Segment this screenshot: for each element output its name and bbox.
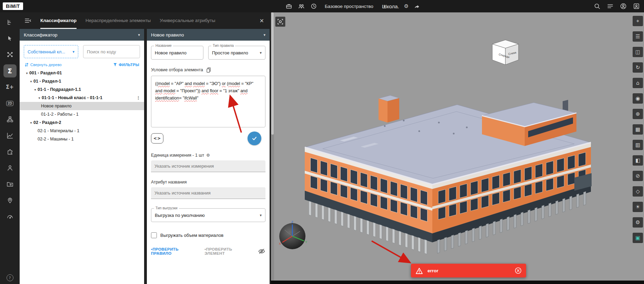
- shadows-button[interactable]: ☀: [633, 202, 643, 212]
- tree-item[interactable]: 02-1 - Материалы - 1: [20, 127, 144, 135]
- search-icon[interactable]: [594, 3, 601, 10]
- workspace-select[interactable]: Базовое пространство: [325, 4, 373, 9]
- tree-item[interactable]: 02-2 - Машины - 1: [20, 135, 144, 143]
- model-box-button[interactable]: ▣: [633, 233, 643, 243]
- expander-icon[interactable]: ▾: [37, 96, 42, 100]
- toast-close-icon[interactable]: [515, 267, 522, 274]
- tree-item[interactable]: ▾ 001 - Раздел-01: [20, 69, 144, 77]
- tree-item[interactable]: ▾ 01 - Раздел-1: [20, 77, 144, 85]
- share-icon[interactable]: [413, 3, 420, 10]
- help-button[interactable]: ?: [7, 274, 13, 281]
- classifier-controls: Собственный кл... ▾: [24, 45, 140, 58]
- check-element-link[interactable]: •ПРОВЕРИТЬ ЭЛЕМЕНТ: [204, 247, 252, 255]
- split-view-button[interactable]: ◧: [633, 155, 643, 166]
- tree-item[interactable]: ▾ 02 - Раздел-2: [20, 118, 144, 127]
- filters-link[interactable]: ФИЛЬТРЫ: [113, 63, 139, 67]
- collapse-tree-link[interactable]: Свернуть дерево: [24, 63, 62, 67]
- viewport-scrollbar[interactable]: [271, 12, 274, 284]
- condition-text: ((model = "АР" and model = "ЭО") or (mod…: [155, 81, 253, 101]
- unit-source-input[interactable]: [154, 164, 262, 169]
- hide-elements-button[interactable]: ⊘: [633, 171, 643, 181]
- plugins-puzzle-tool-button[interactable]: [3, 145, 17, 158]
- name-source-field[interactable]: [151, 187, 265, 199]
- layers-button[interactable]: ◫: [633, 47, 643, 57]
- viewport-scrollbar-thumb[interactable]: [271, 12, 274, 135]
- rule-name-type-row: Название Тип правила Простое правило ▾: [151, 46, 265, 60]
- copy-icon[interactable]: [205, 67, 211, 73]
- materials-checkbox[interactable]: [151, 232, 157, 238]
- orbit-button[interactable]: ↻: [633, 62, 643, 73]
- code-search-field[interactable]: [83, 45, 140, 58]
- condition-editor[interactable]: ((model = "АР" and model = "ЭО") or (mod…: [151, 76, 265, 127]
- 2d-view-tool-button[interactable]: 2D: [3, 97, 17, 110]
- tab-unassigned-elements[interactable]: Нераспределённые элементы: [85, 12, 151, 29]
- code-search-input[interactable]: [87, 49, 136, 54]
- tab-universal-attributes[interactable]: Универсальные атрибуты: [160, 12, 215, 29]
- expander-icon[interactable]: ▾: [29, 121, 33, 125]
- rules-sigma-tool-button[interactable]: Σ: [3, 64, 17, 77]
- menu-list-icon[interactable]: [607, 3, 614, 10]
- app-root: BiMiT Базовое пространство ▾ Школа. ⚙: [0, 0, 644, 284]
- unit-source-field[interactable]: [151, 160, 265, 172]
- classifier-type-select[interactable]: Собственный кл... ▾: [24, 45, 78, 58]
- name-source-input[interactable]: [154, 190, 262, 196]
- shared-folder-tool-button[interactable]: [3, 178, 17, 191]
- panel-menu-icon[interactable]: [24, 17, 31, 24]
- dashboard-gauge-tool-button[interactable]: [3, 210, 17, 223]
- zoom-extents-button[interactable]: ⊕: [633, 109, 643, 119]
- history-icon[interactable]: [310, 3, 317, 10]
- unit-settings-icon[interactable]: ⚙: [206, 153, 210, 158]
- expander-icon[interactable]: ▾: [33, 88, 38, 92]
- home-view-button[interactable]: ⌂: [633, 78, 643, 88]
- viewport-canvas[interactable]: [271, 12, 643, 284]
- tree-item-label: 02 - Раздел-2: [33, 120, 61, 125]
- viewport-settings-button[interactable]: ⚙: [633, 217, 643, 228]
- project-settings-icon[interactable]: ⚙: [404, 3, 409, 9]
- focus-selection-button[interactable]: ◉: [633, 93, 643, 104]
- rule-panel-header[interactable]: Новое правило ▾: [147, 29, 270, 41]
- user-location-tool-button[interactable]: [3, 194, 17, 207]
- classifier-tree-tool-button[interactable]: [3, 16, 17, 29]
- visibility-off-icon[interactable]: [258, 248, 265, 255]
- viewport-3d[interactable]: Спереди Слева Z X Y: [271, 12, 644, 284]
- rule-name-floating-label: Название: [154, 44, 173, 48]
- navigation-cube[interactable]: Спереди Слева: [490, 37, 521, 68]
- users-tool-button[interactable]: [3, 161, 17, 175]
- measure-button[interactable]: ◇: [633, 186, 643, 197]
- classifier-panel-header[interactable]: Классификатор ▾: [20, 29, 144, 41]
- toolbox-icon[interactable]: [285, 3, 292, 10]
- panels-column: Классификатор Нераспределённые элементы …: [20, 12, 271, 284]
- account-badge-icon[interactable]: [633, 3, 640, 10]
- focus-view-button[interactable]: [275, 17, 285, 27]
- tree-item[interactable]: ▾ 01-1 - Подраздел-1.1: [20, 85, 144, 94]
- tree-item-selected[interactable]: Новое правило: [20, 102, 144, 110]
- check-rule-link[interactable]: •ПРОВЕРИТЬ ПРАВИЛО: [151, 247, 199, 255]
- org-chart-tool-button[interactable]: [3, 113, 17, 126]
- expander-icon[interactable]: ▾: [24, 71, 29, 75]
- tree-item[interactable]: 01-1-2 - Работы - 1: [20, 110, 144, 118]
- rule-name-input[interactable]: [155, 50, 200, 55]
- close-panel-icon[interactable]: ✕: [260, 18, 264, 24]
- relations-tool-button[interactable]: [3, 48, 17, 61]
- scene-menu-button[interactable]: ☰: [633, 31, 643, 42]
- add-rule-tool-button[interactable]: Σ+: [3, 81, 17, 94]
- tree-item[interactable]: ▾ 01-1-1 - Новый класс - 01-1-1 ⋮: [20, 94, 144, 102]
- grid-button[interactable]: ▦: [633, 124, 643, 135]
- item-menu-kebab-icon[interactable]: ⋮: [136, 95, 141, 101]
- analytics-chart-tool-button[interactable]: [3, 129, 17, 142]
- select-tool-button[interactable]: [3, 32, 17, 45]
- code-mode-button[interactable]: <>: [151, 133, 163, 144]
- axis-gizmo[interactable]: Z X Y: [276, 220, 308, 251]
- tab-classifier[interactable]: Классификатор: [40, 12, 77, 29]
- section-button[interactable]: ▥: [633, 140, 643, 150]
- user-circle-icon[interactable]: [620, 3, 627, 10]
- rule-type-select[interactable]: Тип правила Простое правило ▾: [208, 46, 265, 60]
- fit-view-button[interactable]: ⌖: [633, 16, 643, 26]
- tree-item-label: Новое правило: [41, 104, 72, 108]
- expander-icon[interactable]: ▾: [29, 80, 33, 83]
- viewport-bottom-bar[interactable]: [271, 281, 644, 284]
- rule-name-field[interactable]: Название: [151, 46, 203, 60]
- apply-rule-button[interactable]: [248, 132, 261, 145]
- team-icon[interactable]: [298, 3, 305, 10]
- export-type-select[interactable]: Тип выгрузки Выгрузка по умолчанию ▾: [151, 208, 265, 222]
